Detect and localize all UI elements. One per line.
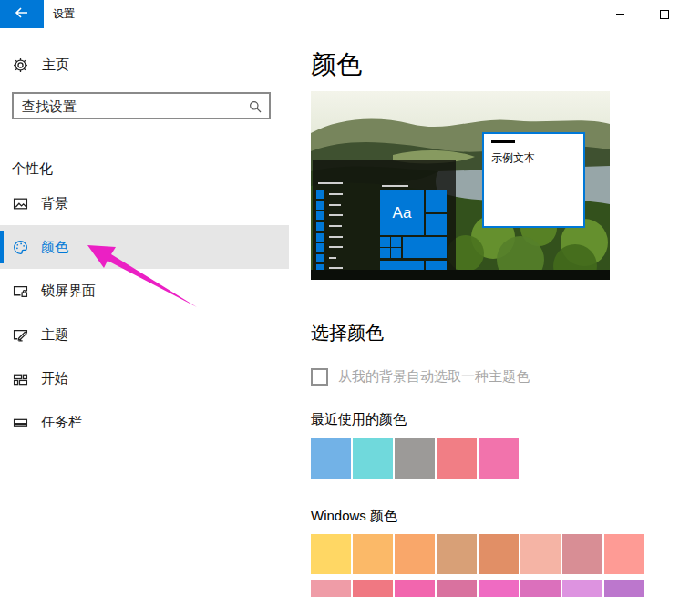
color-swatch[interactable] bbox=[479, 534, 519, 574]
settings-window: 设置 主页 个性化 bbox=[0, 0, 700, 597]
color-swatch[interactable] bbox=[311, 438, 351, 479]
sample-window-title-line bbox=[491, 140, 515, 143]
start-list-line bbox=[329, 214, 343, 216]
start-list-line bbox=[329, 204, 341, 206]
preview-tile bbox=[403, 237, 447, 258]
tile-group-line bbox=[382, 185, 408, 187]
minimize-button[interactable] bbox=[599, 0, 641, 28]
start-list-line bbox=[329, 225, 342, 227]
sample-window-preview: 示例文本 bbox=[482, 132, 585, 228]
color-swatch[interactable] bbox=[311, 534, 351, 574]
sidebar-item-background[interactable]: 背景 bbox=[0, 181, 289, 225]
color-swatch[interactable] bbox=[437, 580, 477, 597]
sidebar-item-colors[interactable]: 颜色 bbox=[0, 225, 289, 269]
color-swatch[interactable] bbox=[311, 580, 351, 597]
color-swatch[interactable] bbox=[604, 534, 644, 574]
color-swatch[interactable] bbox=[437, 534, 477, 574]
windows-colors-label: Windows 颜色 bbox=[311, 508, 397, 525]
start-list-line bbox=[329, 236, 343, 238]
sidebar-item-home[interactable]: 主页 bbox=[0, 51, 289, 78]
back-button[interactable] bbox=[0, 0, 44, 28]
start-list-square bbox=[316, 222, 324, 231]
taskbar-icon bbox=[13, 415, 28, 430]
sidebar-item-label: 锁屏界面 bbox=[41, 283, 96, 300]
color-swatch[interactable] bbox=[437, 438, 477, 479]
preview-tile bbox=[391, 237, 401, 247]
search-box bbox=[12, 92, 271, 119]
color-swatch[interactable] bbox=[520, 534, 561, 574]
lock-screen-icon bbox=[13, 283, 28, 299]
preview-tile bbox=[426, 261, 447, 270]
main-content: 颜色 bbox=[311, 28, 700, 597]
auto-accent-checkbox-label: 从我的背景自动选取一种主题色 bbox=[338, 368, 530, 386]
recent-colors-row bbox=[311, 438, 519, 479]
preview-tile bbox=[391, 248, 401, 258]
preview-tile bbox=[426, 214, 447, 235]
color-swatch[interactable] bbox=[520, 580, 561, 597]
page-title: 颜色 bbox=[311, 47, 362, 82]
auto-accent-checkbox[interactable] bbox=[311, 368, 328, 386]
start-list-header-line bbox=[318, 182, 343, 184]
start-list-square bbox=[316, 254, 324, 262]
themes-icon bbox=[13, 327, 28, 343]
choose-color-heading: 选择颜色 bbox=[311, 321, 384, 345]
color-swatch[interactable] bbox=[353, 534, 393, 574]
start-list-square bbox=[316, 211, 324, 220]
gear-icon bbox=[13, 57, 28, 73]
preview-tile bbox=[380, 248, 390, 258]
start-tiles-icon bbox=[13, 371, 28, 386]
sidebar-item-themes[interactable]: 主题 bbox=[0, 313, 289, 356]
sidebar-item-label: 背景 bbox=[41, 195, 68, 212]
maximize-button[interactable] bbox=[643, 0, 685, 28]
recent-colors-label: 最近使用的颜色 bbox=[311, 411, 407, 428]
windows-colors-row-2 bbox=[311, 580, 644, 597]
palette-icon bbox=[13, 240, 28, 255]
preview-tile bbox=[426, 190, 447, 212]
sidebar-item-label: 主题 bbox=[41, 326, 68, 344]
titlebar: 设置 bbox=[0, 0, 700, 28]
color-swatch[interactable] bbox=[562, 580, 602, 597]
maximize-icon bbox=[660, 10, 669, 19]
start-list-square bbox=[316, 201, 324, 210]
color-swatch[interactable] bbox=[353, 438, 393, 479]
color-swatch[interactable] bbox=[562, 534, 602, 574]
start-list-line bbox=[329, 257, 336, 259]
preview-tile bbox=[380, 237, 390, 247]
sidebar-item-lockscreen[interactable]: 锁屏界面 bbox=[0, 269, 289, 313]
color-swatch[interactable] bbox=[395, 534, 435, 574]
start-list-square bbox=[316, 264, 324, 270]
sidebar-item-label: 主页 bbox=[42, 57, 69, 74]
start-list-line bbox=[329, 246, 343, 248]
color-swatch[interactable] bbox=[395, 438, 435, 479]
search-icon[interactable] bbox=[248, 99, 262, 118]
sidebar-item-label: 颜色 bbox=[41, 239, 68, 256]
start-list-line bbox=[329, 193, 343, 195]
auto-accent-checkbox-row: 从我的背景自动选取一种主题色 bbox=[311, 368, 530, 386]
background-image-icon bbox=[13, 196, 28, 211]
color-swatch[interactable] bbox=[395, 580, 435, 597]
sidebar-item-start[interactable]: 开始 bbox=[0, 356, 289, 400]
start-list-square bbox=[316, 233, 324, 242]
accent-preview-tile: Aa bbox=[380, 190, 424, 235]
windows-colors-row-1 bbox=[311, 534, 644, 574]
start-list-square bbox=[316, 190, 324, 199]
window-title: 设置 bbox=[53, 0, 75, 28]
sidebar-item-taskbar[interactable]: 任务栏 bbox=[0, 400, 289, 444]
section-personalization: 个性化 bbox=[12, 160, 53, 178]
back-arrow-icon bbox=[15, 6, 29, 23]
theme-preview: Aa 示例文本 bbox=[311, 91, 610, 280]
sample-text: 示例文本 bbox=[491, 150, 535, 166]
color-swatch[interactable] bbox=[479, 580, 519, 597]
preview-tile bbox=[380, 261, 424, 270]
color-swatch[interactable] bbox=[479, 438, 519, 479]
minimize-icon bbox=[616, 14, 624, 15]
sidebar-item-label: 开始 bbox=[41, 370, 68, 387]
start-list-square bbox=[316, 243, 324, 252]
search-input[interactable] bbox=[14, 94, 269, 118]
color-swatch[interactable] bbox=[604, 580, 644, 597]
start-list-line bbox=[329, 267, 343, 269]
sidebar-item-label: 任务栏 bbox=[41, 414, 82, 431]
sidebar: 主页 个性化 背景 bbox=[0, 28, 289, 597]
color-swatch[interactable] bbox=[353, 580, 393, 597]
